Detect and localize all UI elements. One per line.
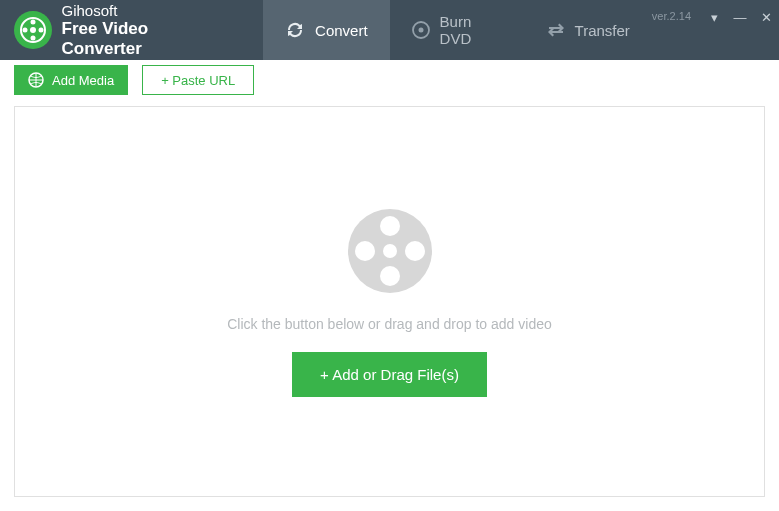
transfer-icon: [547, 21, 565, 39]
tabbar: Convert Burn DVD Transfer: [263, 0, 652, 60]
tab-burn-dvd[interactable]: Burn DVD: [390, 0, 525, 60]
refresh-icon: [285, 20, 305, 40]
titlebar: Gihosoft Free Video Converter Convert Bu…: [0, 0, 779, 60]
tab-burn-label: Burn DVD: [440, 13, 503, 47]
globe-plus-icon: [28, 72, 44, 88]
tab-transfer-label: Transfer: [575, 22, 630, 39]
brand-name: Gihosoft: [62, 2, 232, 19]
version-label: ver.2.14: [652, 6, 701, 22]
chevron-down-icon: ▾: [711, 10, 718, 25]
film-reel-icon: [345, 206, 435, 296]
add-media-button[interactable]: Add Media: [14, 65, 128, 95]
svg-point-2: [30, 20, 35, 25]
app-name: Free Video Converter: [62, 19, 232, 58]
add-media-label: Add Media: [52, 73, 114, 88]
svg-point-1: [30, 27, 36, 33]
tab-transfer[interactable]: Transfer: [525, 0, 652, 60]
minimize-icon: —: [734, 10, 747, 25]
tab-convert-label: Convert: [315, 22, 368, 39]
svg-point-7: [418, 28, 423, 33]
paste-url-button[interactable]: + Paste URL: [142, 65, 254, 95]
toolbar: Add Media + Paste URL: [0, 60, 779, 100]
disc-icon: [412, 21, 430, 39]
dropzone[interactable]: Click the button below or drag and drop …: [14, 106, 765, 497]
add-files-label: + Add or Drag File(s): [320, 366, 459, 383]
dropzone-hint: Click the button below or drag and drop …: [227, 316, 552, 332]
menu-button[interactable]: ▾: [701, 6, 727, 28]
svg-point-5: [38, 28, 43, 33]
svg-point-14: [405, 241, 425, 261]
svg-point-11: [380, 216, 400, 236]
tab-convert[interactable]: Convert: [263, 0, 390, 60]
minimize-button[interactable]: —: [727, 6, 753, 28]
close-icon: ✕: [761, 10, 772, 25]
app-window: Gihosoft Free Video Converter Convert Bu…: [0, 0, 779, 511]
svg-point-3: [30, 36, 35, 41]
svg-point-10: [383, 244, 397, 258]
app-logo-icon: [14, 11, 52, 49]
window-controls: ver.2.14 ▾ — ✕: [652, 0, 779, 60]
svg-point-12: [380, 266, 400, 286]
svg-point-13: [355, 241, 375, 261]
close-button[interactable]: ✕: [753, 6, 779, 28]
content-area: Click the button below or drag and drop …: [0, 100, 779, 511]
paste-url-label: + Paste URL: [161, 73, 235, 88]
add-or-drag-files-button[interactable]: + Add or Drag File(s): [292, 352, 487, 397]
svg-point-4: [22, 28, 27, 33]
logo-text: Gihosoft Free Video Converter: [62, 2, 232, 58]
logo-area: Gihosoft Free Video Converter: [0, 0, 245, 60]
